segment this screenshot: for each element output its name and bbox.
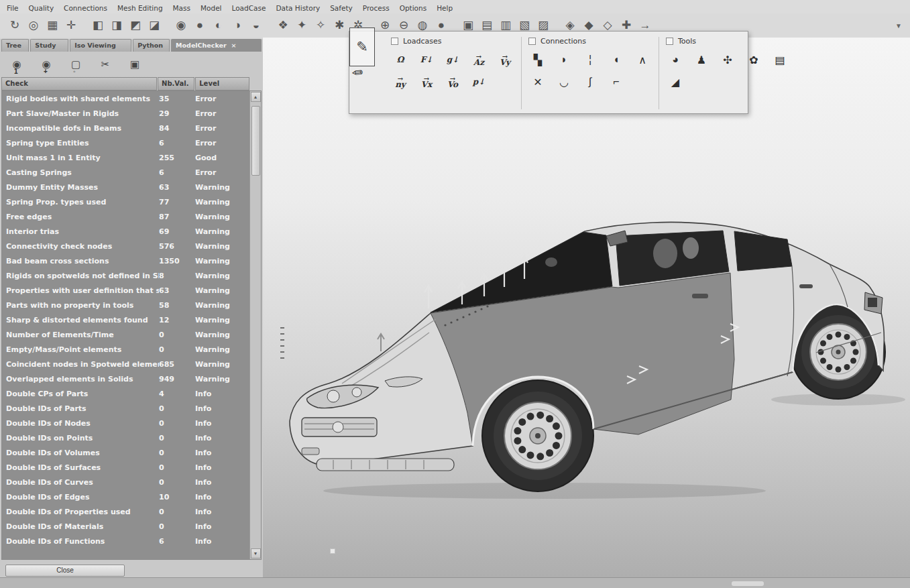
table-row[interactable]: Dummy Entity Masses63Warning [2, 180, 249, 194]
cut-plane-top-icon[interactable]: ◩ [126, 16, 145, 35]
table-row[interactable]: Coincident nodes in Spotweld elements685… [2, 357, 249, 371]
table-row[interactable]: Double IDs of Nodes0Info [2, 416, 249, 430]
force-load-icon[interactable]: F↓ [417, 51, 436, 68]
head-impactor-icon[interactable]: ◗ [555, 51, 573, 68]
velocity-0-icon[interactable]: →Vo [443, 73, 462, 91]
menu-item-file[interactable]: File [7, 4, 19, 12]
show-add-icon[interactable]: ◑ [228, 16, 247, 35]
pedals-tool-icon[interactable]: ◢ [666, 73, 685, 91]
tab-close-icon[interactable]: × [231, 42, 237, 52]
tab-iso-viewing[interactable]: Iso Viewing [70, 39, 131, 52]
table-row[interactable]: Spring type Entities6Error [2, 135, 249, 150]
table-row[interactable]: Incompatible dofs in Beams84Error [2, 121, 249, 135]
vertical-scrollbar[interactable]: ▲ ▼ [249, 91, 261, 559]
table-row[interactable]: Rigids on spotwelds not defined in Shado… [2, 268, 249, 283]
belt-anchor-icon[interactable]: ¦ [581, 51, 600, 68]
checkbox-loadcases[interactable] [391, 38, 398, 45]
close-button[interactable]: Close [5, 565, 125, 577]
cut-plane-corner-icon[interactable]: ◪ [145, 16, 164, 35]
gravity-load-icon[interactable]: Ω [391, 51, 410, 68]
zoom-area-icon[interactable]: ◎ [24, 16, 43, 35]
table-row[interactable]: Rigid bodies with shared elements35Error [2, 91, 249, 106]
seat-tool-icon[interactable]: ◡ [555, 73, 573, 91]
cog-ball-icon[interactable]: ◕ [666, 51, 685, 68]
menu-item-loadcase[interactable]: LoadCase [232, 4, 266, 12]
tab-modelchecker[interactable]: ModelChecker× [171, 39, 262, 52]
model-view-wire-icon[interactable]: ✦ [292, 16, 311, 35]
table-row[interactable]: Overlapped elements in Solids949Warning [2, 371, 249, 386]
menu-item-mesh-editing[interactable]: Mesh Editing [117, 4, 163, 12]
pressure-load-icon[interactable]: p↓ [469, 73, 488, 91]
menu-item-safety[interactable]: Safety [330, 4, 353, 12]
table-row[interactable]: Double IDs of Materials0Info [2, 519, 249, 534]
column-header-level[interactable]: Level [195, 77, 249, 91]
dummy-tool-icon[interactable]: ♟ [692, 51, 711, 68]
refresh-icon[interactable]: ↻ [5, 16, 24, 35]
table-row[interactable]: Double IDs of Edges10Info [2, 489, 249, 504]
table-row[interactable]: Bad beam cross sections1350Warning [2, 253, 249, 268]
menu-item-process[interactable]: Process [363, 4, 390, 12]
scroll-up-icon[interactable]: ▲ [251, 92, 261, 102]
table-row[interactable]: Sharp & distorted elements found12Warnin… [2, 312, 249, 327]
dummy-position-icon[interactable]: ▚ [528, 51, 547, 68]
table-row[interactable]: Double IDs of Volumes0Info [2, 445, 249, 460]
column-header-check[interactable]: Check [1, 77, 157, 91]
table-row[interactable]: Spring Prop. types used77Warning [2, 194, 249, 209]
table-row[interactable]: Double IDs of Curves0Info [2, 475, 249, 489]
table-row[interactable]: Interior trias69Warning [2, 224, 249, 239]
show-hide-icon[interactable]: ● [190, 16, 209, 35]
cut-tool-icon[interactable]: ✂ [97, 56, 114, 73]
show-only-icon[interactable]: ◐ [209, 16, 228, 35]
checkbox-connections[interactable] [528, 38, 536, 45]
pedestrian-legform-icon[interactable]: ∧ [633, 51, 652, 68]
table-row[interactable]: Connectivity check nodes576Warning [2, 239, 249, 253]
tab-study[interactable]: Study [30, 39, 68, 52]
table-row[interactable]: Empty/Mass/Point elements0Warning [2, 342, 249, 357]
shaded-view-icon[interactable]: ▦ [43, 16, 62, 35]
show-first-icon[interactable]: ◉1 [8, 56, 25, 73]
cut-cross-tool-icon[interactable]: ✕ [528, 73, 547, 91]
show-next-icon[interactable]: ◉+ [38, 56, 55, 73]
bricks-tool-icon[interactable]: ▤ [771, 51, 789, 68]
table-row[interactable]: Double IDs of Surfaces0Info [2, 460, 249, 475]
region-select-icon[interactable]: ▢◦ [67, 56, 84, 73]
toolbar-overflow-icon[interactable]: ▼ [891, 21, 905, 30]
model-view-shaded-icon[interactable]: ❖ [274, 16, 292, 35]
table-row[interactable]: Free edges87Warning [2, 209, 249, 224]
tab-python[interactable]: Python [133, 39, 170, 52]
column-header-nbval[interactable]: Nb.Val. [158, 77, 194, 91]
g-load-icon[interactable]: g↓ [443, 51, 462, 68]
menu-item-connections[interactable]: Connections [64, 4, 107, 12]
cut-plane-left-icon[interactable]: ◧ [89, 16, 107, 35]
menu-item-help[interactable]: Help [437, 4, 453, 12]
table-row[interactable]: Properties with user definition that sho… [2, 283, 249, 298]
table-row[interactable]: Part Slave/Master in Rigids29Error [2, 106, 249, 121]
menu-item-quality[interactable]: Quality [29, 4, 54, 12]
table-row[interactable]: Unit mass 1 in 1 Entity255Good [2, 150, 249, 165]
checkbox-tools[interactable] [666, 38, 673, 45]
table-row[interactable]: Number of Elements/Time0Warning [2, 327, 249, 342]
frame-select-icon[interactable]: ▣ [126, 56, 144, 73]
gun-tool-icon[interactable]: ⌐ [607, 73, 626, 91]
barrier-tool-icon[interactable]: ◖ [607, 51, 626, 68]
scroll-down-icon[interactable]: ▼ [251, 548, 261, 558]
select-entity-icon[interactable]: ◉ [172, 16, 190, 35]
velocity-x-icon[interactable]: →Vx [417, 73, 436, 91]
table-row[interactable]: Parts with no property in tools58Warning [2, 298, 249, 312]
scroll-thumb[interactable] [251, 106, 260, 176]
cut-plane-right-icon[interactable]: ◨ [107, 16, 126, 35]
table-row[interactable]: Double IDs on Points0Info [2, 430, 249, 445]
table-row[interactable]: Casting Springs6Error [2, 165, 249, 180]
rotation-y-icon[interactable]: →ny [391, 73, 410, 91]
table-row[interactable]: Double IDs of Functions6Info [2, 534, 249, 548]
sketch-tool-button[interactable]: ✎ [349, 27, 375, 66]
menu-item-options[interactable]: Options [400, 4, 427, 12]
velocity-y-icon[interactable]: →Vy [496, 51, 514, 68]
model-view-hidden-icon[interactable]: ✧ [311, 16, 330, 35]
menu-item-data-history[interactable]: Data History [276, 4, 320, 12]
isolate-view-icon[interactable]: ◒ [247, 16, 266, 35]
mechanism-tool-icon[interactable]: ✣ [718, 51, 737, 68]
3d-viewport[interactable] [263, 38, 910, 577]
crosshair-tool-icon[interactable]: ✛ [62, 16, 80, 35]
acceleration-z-icon[interactable]: →Az [469, 51, 488, 68]
